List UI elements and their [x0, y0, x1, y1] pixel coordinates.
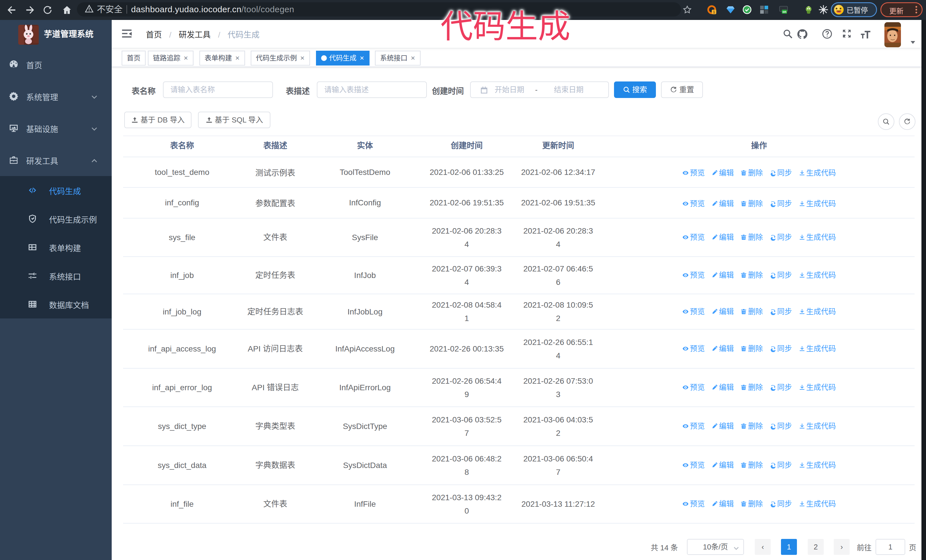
svg-text:on: on	[782, 10, 787, 14]
svg-text:1: 1	[713, 10, 715, 14]
